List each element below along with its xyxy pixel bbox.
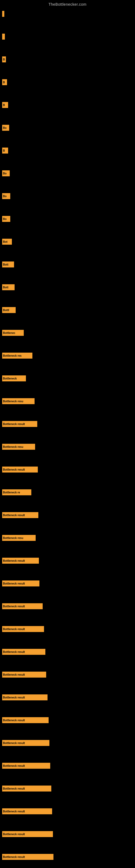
bar-spacer <box>2 838 135 854</box>
bar-label: Bot <box>3 240 8 243</box>
bar-row: Bottleneck result <box>2 603 135 610</box>
bar-row: Bottleneck resu <box>2 398 135 405</box>
bar-row: Bo <box>2 193 135 199</box>
bar-block: Bot <box>2 239 12 245</box>
bar-block: Bo <box>2 193 10 199</box>
bar-label: Bottlenec <box>3 332 15 335</box>
bar-label: Bottleneck result <box>3 605 25 608</box>
bar-label: B <box>3 58 5 61</box>
bar-spacer <box>2 678 135 694</box>
bar-label: Bottleneck <box>3 377 17 380</box>
bar-row: Bottleneck re <box>2 489 135 496</box>
bar-row: Bottleneck result <box>2 466 135 473</box>
bar-spacer <box>2 860 135 868</box>
bar-row: Bo <box>2 170 135 177</box>
bar-spacer <box>2 382 135 398</box>
bars-container: BBBBoBBoBoBoBotBottBottBottlBottlenecBot… <box>0 8 135 868</box>
bar-label: Bo <box>3 126 6 129</box>
bar-row: Bottleneck result <box>2 831 135 838</box>
bar-spacer <box>2 519 135 534</box>
bar-label: Bottleneck result <box>3 673 25 676</box>
bar-block: Bottleneck result <box>2 740 49 746</box>
bar-spacer <box>2 450 135 466</box>
bar-label: Bo <box>3 172 6 175</box>
bar-block: Bottleneck <box>2 375 26 381</box>
bar-block: Bottleneck result <box>2 672 46 678</box>
bar-label: Bottleneck result <box>3 628 25 631</box>
bar-spacer <box>2 314 135 329</box>
bar-block: B <box>2 56 6 62</box>
bar-label: Bottleneck res <box>3 354 21 357</box>
bar-block: Bottleneck result <box>2 581 39 586</box>
bar-spacer <box>2 291 135 307</box>
bar-label: Bottleneck result <box>3 742 25 745</box>
bar-block: Bottlenec <box>2 330 24 336</box>
bar-label: B <box>3 81 5 84</box>
bar-block: Bottleneck result <box>2 626 44 632</box>
bar-row: Bott <box>2 284 135 291</box>
bar-row: Bottleneck result <box>2 808 135 815</box>
bar-spacer <box>2 154 135 170</box>
bar-label: Bottleneck result <box>3 833 25 836</box>
bar-spacer <box>2 245 135 261</box>
bar-row: Bottleneck <box>2 375 135 382</box>
bar-label: Bo <box>3 218 6 220</box>
bar-spacer <box>2 359 135 375</box>
bar-row: B <box>2 56 135 63</box>
bar-row: Bottleneck result <box>2 854 135 860</box>
bar-spacer <box>2 724 135 739</box>
bar-spacer <box>2 336 135 352</box>
bar-row: Bottleneck resu <box>2 443 135 450</box>
bar-label: Bottleneck result <box>3 810 25 813</box>
bar-row <box>2 10 135 18</box>
bar-block: Bo <box>2 216 10 222</box>
bar-row: Bottleneck result <box>2 512 135 519</box>
bar-block: B <box>2 102 8 108</box>
bar-spacer <box>2 541 135 557</box>
bar-block: Bott <box>2 261 14 268</box>
bar-block: Bottleneck result <box>2 512 38 518</box>
bar-row: Bottlenec <box>2 329 135 336</box>
bar-block: Bott <box>2 284 14 290</box>
bar-spacer <box>2 587 135 603</box>
bar-spacer <box>2 86 135 101</box>
bar-spacer <box>2 222 135 238</box>
bar-spacer <box>2 18 135 33</box>
bar-spacer <box>2 405 135 421</box>
bar-label: Bottleneck result <box>3 856 25 859</box>
site-title: TheBottlenecker.com <box>0 0 135 8</box>
bar-spacer <box>2 815 135 831</box>
bar-label: Bottleneck resu <box>3 445 23 448</box>
bar-label: B <box>3 104 5 106</box>
bar-row <box>2 33 135 40</box>
bar-spacer <box>2 177 135 193</box>
bar-row: Bottleneck result <box>2 694 135 701</box>
bar-label: Bottleneck resu <box>3 400 23 403</box>
bar-block: Bottleneck result <box>2 785 51 792</box>
bar-block: B <box>2 148 8 154</box>
bar-block: Bottleneck result <box>2 467 38 472</box>
bar-label: Bottleneck resu <box>3 536 23 539</box>
bar-block: B <box>2 79 7 85</box>
bar-block: Bottl <box>2 307 16 313</box>
bar-block <box>2 11 4 17</box>
bar-label: Bottleneck re <box>3 491 20 494</box>
bar-block: Bottleneck result <box>2 558 39 564</box>
bar-label: B <box>3 149 5 152</box>
bar-block: Bottleneck result <box>2 854 53 860</box>
bar-row: Bottleneck result <box>2 671 135 678</box>
bar-block: Bo <box>2 125 9 131</box>
bar-block: Bo <box>2 170 10 176</box>
bar-label: Bott <box>3 286 8 289</box>
bar-label: Bott <box>3 263 8 266</box>
bar-spacer <box>2 701 135 717</box>
bar-spacer <box>2 108 135 124</box>
bar-label: Bottl <box>3 309 9 312</box>
bar-spacer <box>2 473 135 489</box>
bar-label: Bottleneck result <box>3 696 25 699</box>
bar-row: Bo <box>2 124 135 131</box>
bar-spacer <box>2 610 135 625</box>
bar-label: Bottleneck result <box>3 582 25 585</box>
bar-block: Bottleneck result <box>2 717 49 723</box>
bar-label: Bo <box>3 195 6 198</box>
